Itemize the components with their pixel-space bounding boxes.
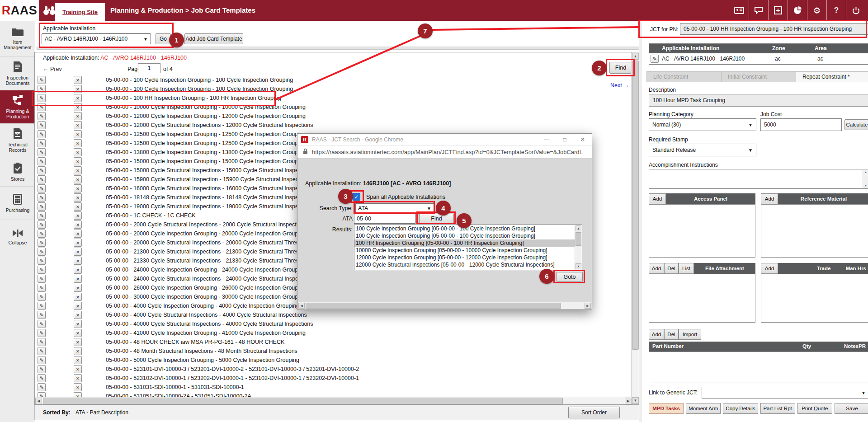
add-job-card-template-button[interactable]: Add Job Card Template (184, 33, 243, 44)
import-part-button[interactable]: Import (679, 329, 701, 340)
row-label[interactable]: 05-00-00 - 1C CHECK - 1C CHECK (106, 212, 196, 219)
edit-row-icon[interactable]: ✎ (38, 103, 46, 111)
delete-row-icon[interactable]: × (74, 166, 82, 174)
row-label[interactable]: 05-00-00 - 2000 Cycle Structural Inspect… (106, 221, 307, 228)
delete-row-icon[interactable]: × (74, 275, 82, 283)
result-item[interactable]: 100 Cycle Inspection Grouping [05-00-00 … (354, 225, 575, 232)
delete-row-icon[interactable]: × (74, 302, 82, 310)
dialog-horizontal-scrollbar[interactable]: ◀ ▶ (298, 302, 591, 309)
moment-arm-button[interactable]: Moment Arm (686, 403, 721, 414)
edit-row-icon[interactable]: ✎ (38, 139, 46, 147)
link-generic-jct-select[interactable]: ▼ (702, 387, 868, 399)
row-label[interactable]: 05-00-00 - 21300 Cycle Structural Inspec… (106, 249, 302, 255)
tab-life-constraint[interactable]: Life Constraint (646, 71, 722, 82)
delete-row-icon[interactable]: × (74, 220, 82, 229)
ata-input[interactable] (354, 214, 415, 224)
edit-row-icon[interactable]: ✎ (38, 284, 46, 292)
sort-order-button[interactable]: Sort Order (568, 407, 620, 418)
row-label[interactable]: 05-00-00 - 100 HR Inspection Grouping - … (106, 95, 281, 101)
row-label[interactable]: 05-00-00 - 19000 Cycle Structural Inspec… (106, 203, 313, 210)
delete-row-icon[interactable]: × (74, 311, 82, 319)
scrollbar-thumb[interactable] (632, 61, 639, 350)
delete-row-icon[interactable]: × (74, 112, 82, 120)
id-card-icon[interactable] (729, 0, 749, 21)
part-number-list[interactable] (649, 352, 868, 383)
help-icon[interactable]: ? (826, 0, 846, 21)
delete-row-icon[interactable]: × (74, 76, 82, 84)
delete-row-icon[interactable]: × (74, 230, 82, 238)
sidebar-item-collapse[interactable]: Collapse (0, 220, 35, 253)
scroll-left-icon[interactable]: ◀ (298, 303, 305, 309)
row-label[interactable]: 05-00-00 - 5000 Cycle Inspection Groupin… (106, 357, 299, 363)
planning-category-select[interactable]: Normal (30)▼ (649, 118, 756, 131)
delete-row-icon[interactable]: × (74, 94, 82, 102)
edit-row-icon[interactable]: ✎ (38, 248, 46, 256)
edit-row-icon[interactable]: ✎ (38, 257, 46, 265)
delete-row-icon[interactable]: × (74, 365, 82, 373)
delete-row-icon[interactable]: × (74, 329, 82, 337)
delete-row-icon[interactable]: × (74, 374, 82, 382)
edit-row-icon[interactable]: ✎ (38, 193, 46, 202)
delete-row-icon[interactable]: × (74, 148, 82, 156)
delete-row-icon[interactable]: × (74, 338, 82, 346)
delete-row-icon[interactable]: × (74, 266, 82, 274)
delete-row-icon[interactable]: × (74, 85, 82, 93)
edit-row-icon[interactable]: ✎ (38, 230, 46, 238)
row-label[interactable]: 05-00-00 - 20000 Cycle Inspection Groupi… (106, 230, 306, 237)
edit-row-icon[interactable]: ✎ (38, 94, 46, 102)
edit-row-icon[interactable]: ✎ (38, 184, 46, 192)
row-label[interactable]: 05-00-00 - 15000 Cycle Inspection Groupi… (106, 158, 306, 164)
row-label[interactable]: 05-00-00 - 4000 Cycle Structural Inspect… (106, 312, 307, 318)
scrollbar-thumb[interactable] (306, 303, 561, 309)
settings-icon[interactable]: ⚙ (807, 0, 826, 21)
edit-row-icon[interactable]: ✎ (38, 85, 46, 93)
delete-row-icon[interactable]: × (74, 383, 82, 391)
delete-row-icon[interactable]: × (74, 248, 82, 256)
delete-row-icon[interactable]: × (74, 284, 82, 292)
add-access-panel-button[interactable]: Add (649, 193, 666, 204)
row-label[interactable]: 05-00-00 - 18148 Cycle Structural Inspec… (106, 194, 313, 201)
tab-initial-constraint[interactable]: Initial Constraint (722, 71, 796, 82)
edit-row-icon[interactable]: ✎ (38, 293, 46, 301)
accomplishment-instructions-textarea[interactable]: ▲▼ (649, 169, 868, 189)
row-label[interactable]: 05-00-00 - 41000 Cycle Inspection Groupi… (106, 330, 306, 336)
list-horizontal-scrollbar[interactable]: ◀ ▶ (35, 397, 632, 404)
row-label[interactable]: 05-00-00 - 48 Month Structural Inspectio… (106, 348, 297, 354)
sidebar-item-item-management[interactable]: ItemManagement (0, 21, 35, 57)
edit-row-icon[interactable]: ✎ (38, 374, 46, 382)
copy-details-button[interactable]: Copy Details (723, 403, 758, 414)
row-label[interactable]: 05-00-00 - 100 Cycle Inspection Grouping… (106, 77, 293, 83)
page-number-input[interactable] (138, 63, 160, 73)
edit-row-icon[interactable]: ✎ (38, 320, 46, 328)
find-button[interactable]: Find (609, 62, 632, 74)
chat-icon[interactable] (749, 0, 768, 21)
tab-training-site[interactable]: Training Site (55, 3, 105, 21)
row-label[interactable]: 05-00-00 - 21330 Cycle Structural Inspec… (106, 258, 302, 264)
result-item[interactable]: 100 Cycle Inspection Grouping [05-00-00 … (354, 232, 575, 239)
edit-row-icon[interactable]: ✎ (38, 311, 46, 319)
scroll-up-icon[interactable]: ▲ (632, 53, 639, 60)
row-label[interactable]: 05-00-00 - 24000 Cycle Structural Inspec… (106, 276, 313, 282)
edit-row-icon[interactable]: ✎ (38, 121, 46, 129)
edit-row-icon[interactable]: ✎ (38, 302, 46, 310)
dialog-find-button[interactable]: Find (419, 214, 454, 224)
edit-row-icon[interactable]: ✎ (38, 166, 46, 174)
delete-row-icon[interactable]: × (74, 239, 82, 247)
add-window-icon[interactable] (768, 0, 788, 21)
tab-repeat-constraint[interactable]: Repeat Constraint * (796, 71, 868, 82)
list-vertical-scrollbar[interactable]: ▲ ▼ (631, 52, 639, 404)
row-label[interactable]: 05-00-00 - 4000 Cycle Inspection Groupin… (106, 303, 299, 309)
add-part-button[interactable]: Add (649, 329, 664, 340)
add-trade-button[interactable]: Add (761, 263, 778, 274)
calculate-button[interactable]: Calculate (844, 119, 868, 130)
edit-row-icon[interactable]: ✎ (38, 112, 46, 120)
scrollbar-thumb[interactable] (43, 398, 563, 404)
edit-row-icon[interactable]: ✎ (38, 202, 46, 211)
print-quote-button[interactable]: Print Quote (797, 403, 832, 414)
delete-row-icon[interactable]: × (74, 320, 82, 328)
go-button[interactable]: Go (156, 33, 171, 44)
delete-row-icon[interactable]: × (74, 356, 82, 364)
row-label[interactable]: 05-00-00 - 12500 Cycle Inspection Groupi… (106, 140, 306, 146)
edit-row-icon[interactable]: ✎ (38, 266, 46, 274)
sidebar-item-planning-production[interactable]: Planning &Production (0, 90, 35, 124)
